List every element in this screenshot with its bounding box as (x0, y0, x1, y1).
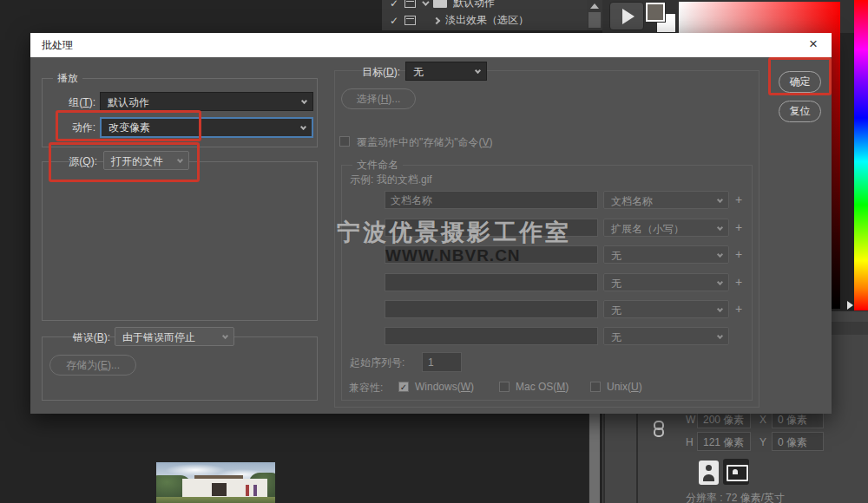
plus-icon: + (735, 302, 742, 316)
plus-icon: + (735, 193, 742, 206)
y-field: 0 像素 (772, 432, 824, 451)
plus-icon: + (735, 275, 742, 289)
dialog-toggle-icon[interactable] (404, 16, 416, 25)
compatibility-label: 兼容性: (349, 381, 383, 395)
set-label: 组(T): (55, 95, 95, 110)
chevron-down-icon (717, 225, 723, 231)
errors-dropdown[interactable]: 由于错误而停止 (115, 327, 234, 346)
chevron-down-icon (717, 306, 723, 312)
scrollbar-thumb[interactable] (589, 12, 601, 28)
chevron-down-icon[interactable] (422, 0, 429, 5)
chevron-down-icon (717, 197, 723, 203)
override-saveas-label: 覆盖动作中的"存储为"命令(V) (357, 135, 493, 150)
naming-select-5: 无 (603, 300, 729, 318)
check-icon: ✓ (390, 15, 398, 27)
windows-checkbox: ✓ (398, 382, 409, 392)
naming-example: 示例: 我的文档.gif (350, 173, 432, 187)
landscape-orientation-icon[interactable] (723, 459, 749, 485)
macos-label: Mac OS(M) (516, 381, 569, 393)
naming-input-4 (385, 273, 598, 291)
height-field: 121 像素 (697, 432, 751, 451)
naming-input-5 (385, 300, 598, 318)
annotation-box-ok (768, 57, 832, 95)
destination-dropdown[interactable]: 无 (405, 62, 487, 81)
windows-label: Windows(W) (415, 381, 474, 393)
check-icon: ✓ (400, 382, 407, 392)
watermark-studio-text: 宁波优景摄影工作室 (337, 217, 571, 248)
source-group (42, 161, 318, 321)
unix-label: Unix(U) (607, 381, 642, 393)
naming-select-6: 无 (603, 327, 729, 345)
chevron-down-icon (301, 98, 307, 104)
choose-button: 选择(H)... (341, 88, 416, 109)
resolution-text: 分辨率 : 72 像素/英寸 (686, 491, 785, 503)
x-label: X (760, 414, 766, 426)
unix-checkbox (590, 382, 601, 392)
action-row-fade-effect[interactable]: ✓ 淡出效果（选区） (382, 12, 587, 29)
errors-label: 错误(B): (48, 330, 110, 345)
override-saveas-checkbox (339, 136, 350, 147)
file-naming-legend: 文件命名 (352, 158, 403, 173)
check-icon: ✓ (390, 0, 398, 10)
dialog-titlebar[interactable]: 批处理 × (30, 33, 832, 57)
photoshop-batch-screenshot: ✓ 默认动作 ✓ 淡出效果（选区） W 200 像素 X 0 像素 H (0, 0, 868, 503)
foreground-color-swatch[interactable] (646, 3, 665, 22)
save-as-button: 存储为(E)... (49, 355, 136, 376)
naming-select-3: 无 (603, 245, 729, 264)
chevron-down-icon (222, 333, 228, 339)
reset-button[interactable]: 复位 (779, 101, 821, 122)
naming-input-1 (385, 191, 598, 209)
folder-icon (433, 0, 447, 8)
height-label: H (686, 436, 694, 448)
dialog-title: 批处理 (42, 33, 73, 57)
destination-label: 目标(D): (341, 65, 400, 80)
portrait-orientation-icon[interactable] (699, 461, 719, 485)
chevron-down-icon (717, 279, 723, 285)
play-button[interactable] (609, 2, 644, 30)
actions-scrollbar[interactable] (587, 0, 602, 30)
naming-input-6 (385, 327, 598, 345)
scroll-up-icon[interactable] (590, 3, 599, 9)
play-icon (622, 9, 635, 24)
plus-icon: + (735, 220, 742, 234)
actions-panel: ✓ 默认动作 ✓ 淡出效果（选区） (382, 0, 587, 30)
play-group-legend: 播放 (53, 71, 82, 86)
naming-select-1: 文档名称 (603, 191, 729, 209)
hue-slider-bar[interactable] (854, 0, 868, 310)
plus-icon: + (735, 247, 742, 261)
close-icon[interactable]: × (802, 33, 825, 57)
width-label: W (686, 414, 695, 426)
panel-divider (636, 414, 638, 503)
chevron-right-icon[interactable] (433, 16, 440, 23)
action-row-default-actions[interactable]: ✓ 默认动作 (382, 0, 587, 11)
annotation-box-action (56, 110, 201, 141)
annotation-box-source (49, 142, 200, 182)
action-set-dropdown[interactable]: 默认动作 (100, 92, 313, 111)
serial-number-input (422, 352, 462, 372)
watermark-url-text: WWW.NBVR.CN (385, 246, 521, 265)
link-dimensions-icon[interactable] (654, 421, 664, 437)
panel-divider (603, 414, 605, 503)
document-scrollbar[interactable] (589, 414, 600, 503)
serial-number-label: 起始序列号: (350, 356, 404, 370)
y-label: Y (760, 436, 766, 448)
chevron-down-icon (475, 68, 481, 74)
hue-slider-arrow-icon[interactable] (847, 301, 853, 310)
naming-select-4: 无 (603, 273, 729, 291)
action-set-label: 默认动作 (453, 0, 495, 10)
chevron-down-icon (717, 252, 723, 258)
naming-select-2: 扩展名（小写） (603, 219, 729, 237)
chevron-down-icon (717, 333, 723, 339)
macos-checkbox (499, 382, 510, 392)
action-item-label: 淡出效果（选区） (445, 13, 529, 28)
chevron-down-icon (300, 124, 306, 130)
document-thumbnail-image (156, 462, 275, 503)
dialog-toggle-icon[interactable] (404, 0, 416, 8)
